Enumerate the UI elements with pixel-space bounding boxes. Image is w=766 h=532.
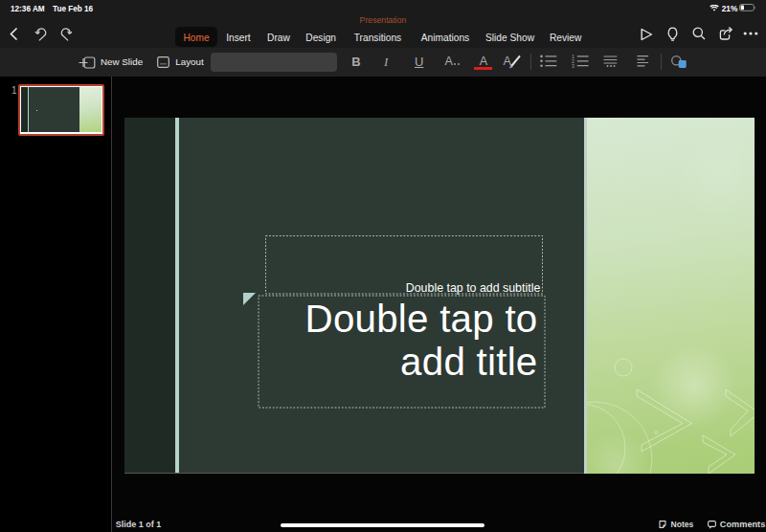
svg-text:3: 3 bbox=[572, 63, 574, 68]
